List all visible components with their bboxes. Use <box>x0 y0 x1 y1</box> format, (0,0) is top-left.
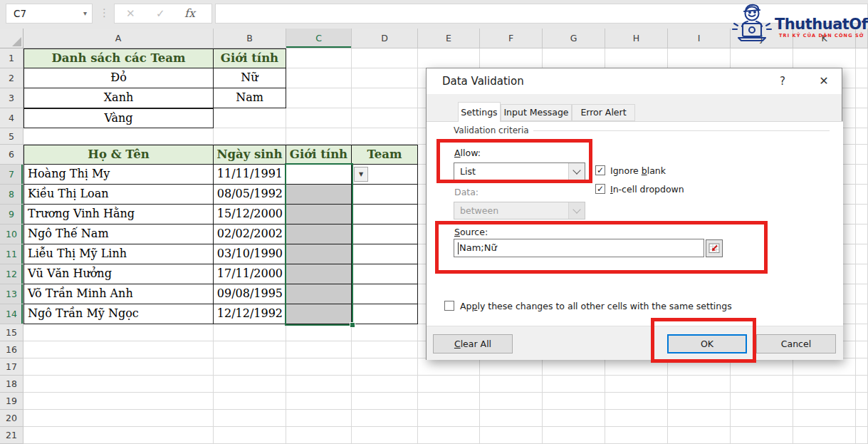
cell-D3[interactable] <box>352 88 418 108</box>
cell-C11[interactable] <box>286 244 352 264</box>
cell-x11r5[interactable] <box>856 128 868 145</box>
row-header-18[interactable]: 18 <box>0 376 23 393</box>
cell-x11r17[interactable] <box>856 358 868 376</box>
cell-A17[interactable] <box>23 358 214 376</box>
cell-F17[interactable] <box>480 358 543 376</box>
cell-I20[interactable] <box>668 410 731 427</box>
cell-E1[interactable] <box>418 48 480 68</box>
row-header-21[interactable]: 21 <box>0 427 23 444</box>
cell-D18[interactable] <box>352 376 418 393</box>
cell-A3[interactable]: Xanh <box>23 88 214 108</box>
dialog-title-bar[interactable]: Data Validation ? ✕ <box>427 68 842 94</box>
cell-D12[interactable] <box>352 264 418 284</box>
cell-B6[interactable]: Ngày sinh <box>214 145 286 165</box>
cell-B17[interactable] <box>214 358 286 376</box>
in-cell-dropdown-button[interactable]: ▼ <box>354 167 368 182</box>
apply-changes-label[interactable]: Apply these changes to all other cells w… <box>460 301 732 311</box>
clear-all-button[interactable]: Clear All <box>433 334 513 353</box>
insert-function-icon[interactable]: fx <box>184 6 195 20</box>
allow-combobox[interactable]: List <box>454 162 585 180</box>
cell-D8[interactable] <box>352 185 418 205</box>
cell-B13[interactable]: 09/08/1995 <box>214 284 286 304</box>
cell-G1[interactable] <box>543 48 605 68</box>
cell-B10[interactable]: 02/02/2002 <box>214 224 286 244</box>
cell-I17[interactable] <box>668 358 731 376</box>
cell-A6[interactable]: Họ & Tên <box>23 145 214 165</box>
cell-J21[interactable] <box>731 427 793 444</box>
row-header-3[interactable]: 3 <box>0 88 23 108</box>
cell-G17[interactable] <box>543 358 605 376</box>
cell-A8[interactable]: Kiều Thị Loan <box>23 185 214 205</box>
col-header-C[interactable]: C <box>286 29 352 48</box>
row-header-16[interactable]: 16 <box>0 341 23 358</box>
row-header-17[interactable]: 17 <box>0 358 23 376</box>
cell-D19[interactable] <box>352 393 418 410</box>
cell-H19[interactable] <box>605 393 668 410</box>
col-header-E[interactable]: E <box>418 29 480 48</box>
cell-A13[interactable]: Võ Trần Minh Anh <box>23 284 214 304</box>
row-header-9[interactable]: 9 <box>0 205 23 224</box>
cell-x11r9[interactable] <box>856 205 868 224</box>
cell-F21[interactable] <box>480 427 543 444</box>
cell-D6[interactable]: Team <box>352 145 418 165</box>
name-box-dropdown-icon[interactable]: ▾ <box>83 4 87 23</box>
cancel-button[interactable]: Cancel <box>756 334 836 353</box>
selection-fill-handle[interactable] <box>350 322 355 328</box>
cell-C16[interactable] <box>286 341 352 358</box>
cell-H21[interactable] <box>605 427 668 444</box>
confirm-entry-icon[interactable]: ✓ <box>156 7 165 20</box>
cell-H17[interactable] <box>605 358 668 376</box>
cell-A9[interactable]: Trương Vinh Hằng <box>23 205 214 224</box>
cell-x11r3[interactable] <box>856 88 868 108</box>
cell-x11r2[interactable] <box>856 68 868 88</box>
cell-D4[interactable] <box>352 108 418 128</box>
row-header-1[interactable]: 1 <box>0 48 23 68</box>
cell-C17[interactable] <box>286 358 352 376</box>
cell-C15[interactable] <box>286 324 352 341</box>
cell-B7[interactable]: 11/11/1991 <box>214 165 286 185</box>
cell-E19[interactable] <box>418 393 480 410</box>
cell-K19[interactable] <box>793 393 856 410</box>
help-icon[interactable]: ? <box>770 68 795 94</box>
col-header-F[interactable]: F <box>480 29 543 48</box>
col-header-I[interactable]: I <box>668 29 731 48</box>
in-cell-dropdown-checkbox[interactable] <box>595 184 605 194</box>
col-header-A[interactable]: A <box>23 29 214 48</box>
cell-D11[interactable] <box>352 244 418 264</box>
select-all-corner[interactable] <box>0 29 23 48</box>
cell-C21[interactable] <box>286 427 352 444</box>
cell-B3[interactable]: Nam <box>214 88 286 108</box>
cell-G20[interactable] <box>543 410 605 427</box>
cell-x11r21[interactable] <box>856 427 868 444</box>
cell-B8[interactable]: 08/05/1992 <box>214 185 286 205</box>
cell-B16[interactable] <box>214 341 286 358</box>
in-cell-dropdown-label[interactable]: In-cell dropdown <box>610 184 684 195</box>
cell-x11r14[interactable] <box>856 304 868 324</box>
cell-B1[interactable]: Giới tính <box>214 48 286 68</box>
cell-x11r4[interactable] <box>856 108 868 128</box>
cell-C4[interactable] <box>286 108 352 128</box>
cell-J1[interactable] <box>731 48 793 68</box>
cell-D9[interactable] <box>352 205 418 224</box>
cell-I18[interactable] <box>668 376 731 393</box>
cell-C19[interactable] <box>286 393 352 410</box>
row-header-8[interactable]: 8 <box>0 185 23 205</box>
cell-E17[interactable] <box>418 358 480 376</box>
row-header-6[interactable]: 6 <box>0 145 23 165</box>
cell-A4[interactable]: Vàng <box>23 108 214 128</box>
col-header-D[interactable]: D <box>352 29 418 48</box>
cell-A12[interactable]: Vũ Văn Hưởng <box>23 264 214 284</box>
cell-K21[interactable] <box>793 427 856 444</box>
cell-A18[interactable] <box>23 376 214 393</box>
col-header-B[interactable]: B <box>214 29 286 48</box>
row-header-5[interactable]: 5 <box>0 128 23 145</box>
cell-G18[interactable] <box>543 376 605 393</box>
cell-C6[interactable]: Giới tính <box>286 145 352 165</box>
cell-x11r1[interactable] <box>856 48 868 68</box>
row-header-20[interactable]: 20 <box>0 410 23 427</box>
cell-K18[interactable] <box>793 376 856 393</box>
cell-K1[interactable] <box>793 48 856 68</box>
cell-C10[interactable] <box>286 224 352 244</box>
row-header-11[interactable]: 11 <box>0 244 23 264</box>
cell-I19[interactable] <box>668 393 731 410</box>
